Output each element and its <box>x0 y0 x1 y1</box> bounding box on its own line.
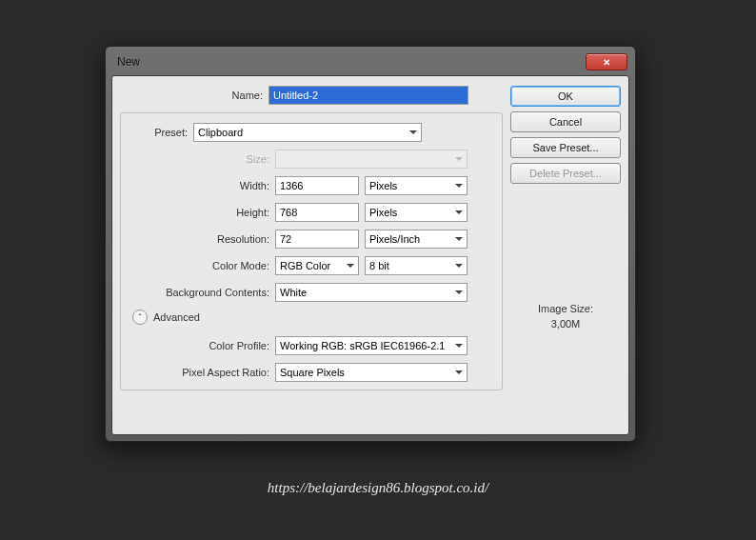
chevron-up-icon: ˆ <box>132 310 148 325</box>
preset-select[interactable]: Clipboard <box>193 123 422 142</box>
name-input[interactable]: Untitled-2 <box>269 86 468 105</box>
delete-preset-button: Delete Preset... <box>510 163 621 184</box>
bgcontents-label: Background Contents: <box>127 287 269 298</box>
bgcontents-select[interactable]: White <box>275 283 468 302</box>
image-size-info: Image Size: 3,00M <box>510 303 621 330</box>
image-size-value: 3,00M <box>510 318 621 330</box>
resolution-input[interactable]: 72 <box>275 230 359 249</box>
pixelaspect-label: Pixel Aspect Ratio: <box>127 367 269 378</box>
button-column: OK Cancel Save Preset... Delete Preset..… <box>510 86 621 425</box>
watermark-text: https://belajardesign86.blogspot.co.id/ <box>0 480 756 496</box>
width-input[interactable]: 1366 <box>275 176 359 195</box>
size-select <box>275 150 468 169</box>
width-unit-select[interactable]: Pixels <box>365 176 468 195</box>
ok-button[interactable]: OK <box>510 86 621 107</box>
dialog-title: New <box>117 55 586 69</box>
height-input[interactable]: 768 <box>275 203 359 222</box>
image-size-label: Image Size: <box>510 303 621 314</box>
height-label: Height: <box>127 207 269 218</box>
colorprofile-label: Color Profile: <box>127 340 269 351</box>
close-button[interactable]: ✕ <box>586 53 627 70</box>
width-label: Width: <box>127 180 269 191</box>
close-icon: ✕ <box>603 57 610 68</box>
advanced-toggle[interactable]: ˆ Advanced <box>132 310 496 325</box>
dialog-body: Name: Untitled-2 Preset: Clipboard Size:… <box>111 75 629 435</box>
colormode-select[interactable]: RGB Color <box>275 256 359 275</box>
colormode-label: Color Mode: <box>127 260 269 271</box>
height-unit-select[interactable]: Pixels <box>365 203 468 222</box>
settings-group: Preset: Clipboard Size: Width: 1366 Pixe… <box>120 112 503 390</box>
name-label: Name: <box>120 90 263 101</box>
new-document-dialog: New ✕ Name: Untitled-2 Preset: Clipboard… <box>105 46 636 442</box>
titlebar[interactable]: New ✕ <box>111 52 629 75</box>
save-preset-button[interactable]: Save Preset... <box>510 137 621 158</box>
resolution-unit-select[interactable]: Pixels/Inch <box>365 230 468 249</box>
colorprofile-select[interactable]: Working RGB: sRGB IEC61966-2.1 <box>275 336 468 355</box>
pixelaspect-select[interactable]: Square Pixels <box>275 363 468 382</box>
preset-label: Preset: <box>127 127 188 138</box>
colordepth-select[interactable]: 8 bit <box>365 256 468 275</box>
resolution-label: Resolution: <box>127 233 269 245</box>
cancel-button[interactable]: Cancel <box>510 111 621 132</box>
advanced-label: Advanced <box>153 311 200 323</box>
form-area: Name: Untitled-2 Preset: Clipboard Size:… <box>120 86 510 425</box>
size-label: Size: <box>127 153 269 165</box>
